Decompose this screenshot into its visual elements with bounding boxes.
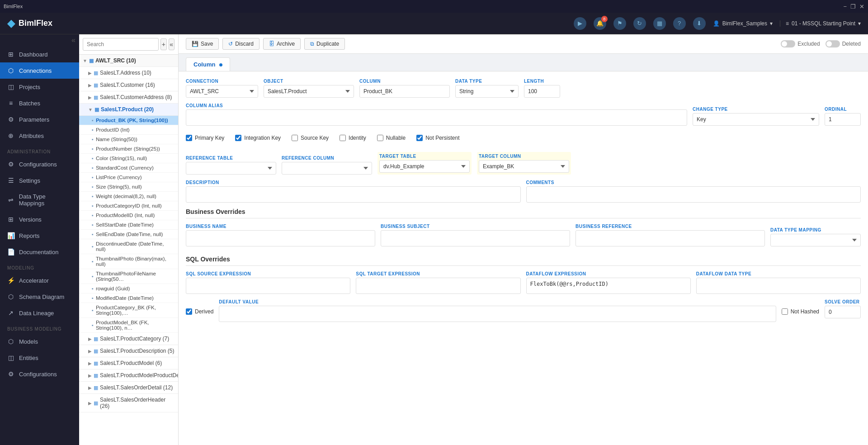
integration-key-input[interactable] bbox=[235, 135, 241, 141]
dataflow-expr-input[interactable]: FlexToBk(@@rs,ProductID) bbox=[526, 278, 691, 294]
env-menu[interactable]: ≡ 01 - MSSQL Starting Point ▾ bbox=[780, 20, 861, 27]
sidebar-item-data-type-mappings[interactable]: ⇌ Data Type Mappings bbox=[0, 189, 79, 211]
primary-key-checkbox[interactable]: Primary Key bbox=[186, 135, 224, 141]
save-button[interactable]: 💾 Save bbox=[186, 38, 219, 50]
tab-column[interactable]: Column bbox=[186, 57, 230, 71]
tree-node-productcategoryid[interactable]: ▪ ProductCategoryID (Int, null) bbox=[79, 201, 178, 211]
source-key-checkbox[interactable]: Source Key bbox=[292, 135, 329, 141]
ordinal-input[interactable] bbox=[825, 113, 861, 126]
column-alias-input[interactable] bbox=[186, 109, 687, 126]
source-key-input[interactable] bbox=[292, 135, 298, 141]
sidebar-item-reports[interactable]: 📊 Reports bbox=[0, 227, 79, 244]
sidebar-item-accelerator[interactable]: ⚡ Accelerator bbox=[0, 272, 79, 289]
flag-icon-btn[interactable]: ⚑ bbox=[613, 17, 626, 30]
excluded-toggle[interactable]: Excluded bbox=[781, 40, 820, 47]
refresh-icon-btn[interactable]: ↻ bbox=[633, 17, 646, 30]
sidebar-item-entities[interactable]: ◫ Entities bbox=[0, 350, 79, 366]
sidebar-collapse-btn[interactable]: « bbox=[0, 34, 79, 46]
identity-checkbox[interactable]: Identity bbox=[340, 135, 366, 141]
sidebar-item-projects[interactable]: ◫ Projects bbox=[0, 79, 79, 95]
sidebar-item-versions[interactable]: ⊞ Versions bbox=[0, 211, 79, 227]
sidebar-item-parameters[interactable]: ⚙ Parameters bbox=[0, 111, 79, 128]
tree-node-sellenddate[interactable]: ▪ SellEndDate (DateTime, null) bbox=[79, 230, 178, 239]
help-icon-btn[interactable]: ? bbox=[673, 17, 686, 30]
search-input[interactable] bbox=[83, 38, 159, 51]
tree-table-saleslt-productmodel[interactable]: ▶ ▦ SalesLT.ProductModel (6) bbox=[79, 357, 178, 369]
chart-icon-btn[interactable]: ▦ bbox=[653, 17, 666, 30]
tree-node-modifieddate[interactable]: ▪ ModifiedDate (DateTime) bbox=[79, 294, 178, 303]
tree-node-standardcost[interactable]: ▪ StandardCost (Currency) bbox=[79, 163, 178, 173]
download-icon-btn[interactable]: ⬇ bbox=[693, 17, 706, 30]
default-value-input[interactable] bbox=[219, 306, 776, 322]
tree-table-saleslt-productcategory[interactable]: ▶ ▦ SalesLT.ProductCategory (7) bbox=[79, 333, 178, 345]
column-input[interactable] bbox=[359, 85, 450, 98]
duplicate-button[interactable]: ⧉ Duplicate bbox=[304, 38, 345, 50]
tree-node-thumbnailphotofilename[interactable]: ▪ ThumbnailPhotoFileName (String(50… bbox=[79, 269, 178, 284]
sidebar-item-dashboard[interactable]: ⊞ Dashboard bbox=[0, 46, 79, 62]
tree-node-productnumber[interactable]: ▪ ProductNumber (String(25)) bbox=[79, 144, 178, 154]
restore-btn[interactable]: ❐ bbox=[850, 3, 856, 10]
sidebar-item-data-lineage[interactable]: ↗ Data Lineage bbox=[0, 305, 79, 321]
target-table-select[interactable]: dv.Hub_Example bbox=[379, 160, 470, 173]
tree-table-saleslt-product[interactable]: ▼ ▦ SalesLT.Product (20) bbox=[79, 104, 178, 116]
data-type-mapping-select[interactable] bbox=[770, 234, 861, 246]
business-subject-input[interactable] bbox=[381, 230, 570, 246]
business-name-input[interactable] bbox=[186, 230, 375, 246]
sidebar-item-models[interactable]: ⬡ Models bbox=[0, 333, 79, 350]
deleted-toggle-switch[interactable] bbox=[826, 40, 840, 47]
tree-node-sellstartdate[interactable]: ▪ SellStartDate (DateTime) bbox=[79, 220, 178, 230]
reference-table-select[interactable] bbox=[186, 162, 276, 175]
not-hashed-checkbox[interactable]: Not Hashed bbox=[782, 308, 819, 315]
tree-table-saleslt-address[interactable]: ▶ ▦ SalesLT.Address (10) bbox=[79, 67, 178, 79]
tree-table-saleslt-customer[interactable]: ▶ ▦ SalesLT.Customer (16) bbox=[79, 79, 178, 91]
tree-node-productmodelid[interactable]: ▪ ProductModelID (Int, null) bbox=[79, 211, 178, 220]
data-type-select[interactable]: String bbox=[455, 85, 519, 98]
primary-key-input[interactable] bbox=[186, 135, 192, 141]
sidebar-item-batches[interactable]: ≡ Batches bbox=[0, 95, 79, 111]
sql-target-expr-input[interactable] bbox=[356, 278, 520, 294]
archive-button[interactable]: 🗄 Archive bbox=[263, 38, 301, 50]
tree-collapse-btn[interactable]: « bbox=[169, 38, 175, 50]
not-persistent-input[interactable] bbox=[416, 135, 423, 141]
tree-node-productmodel-bk[interactable]: ▪ ProductModel_BK (FK, String(100), n… bbox=[79, 318, 178, 333]
business-reference-input[interactable] bbox=[576, 230, 765, 246]
tree-node-rowguid[interactable]: ▪ rowguid (Guid) bbox=[79, 284, 178, 294]
connection-select[interactable]: AWLT_SRC bbox=[186, 85, 258, 98]
sidebar-item-settings[interactable]: ☰ Settings bbox=[0, 172, 79, 189]
derived-checkbox[interactable]: Derived bbox=[186, 308, 213, 315]
tree-node-productid[interactable]: ▪ ProductID (Int) bbox=[79, 125, 178, 135]
tree-table-saleslt-salesorderheader[interactable]: ▶ ▦ SalesLT.SalesOrderHeader (26) bbox=[79, 394, 178, 412]
tree-node-product-bk[interactable]: ▪ Product_BK (PK, String(100)) bbox=[79, 116, 178, 125]
tree-node-discontinueddate[interactable]: ▪ DiscontinuedDate (DateTime, null) bbox=[79, 239, 178, 254]
tree-node-productcategory-bk[interactable]: ▪ ProductCategory_BK (FK, String(100),… bbox=[79, 303, 178, 318]
tree-node-listprice[interactable]: ▪ ListPrice (Currency) bbox=[79, 173, 178, 182]
nullable-checkbox[interactable]: Nullable bbox=[377, 135, 406, 141]
tree-node-color[interactable]: ▪ Color (String(15), null) bbox=[79, 154, 178, 163]
dataflow-data-type-input[interactable] bbox=[696, 278, 861, 294]
target-column-select[interactable]: Example_BK bbox=[479, 160, 569, 173]
integration-key-checkbox[interactable]: Integration Key bbox=[235, 135, 281, 141]
not-hashed-input[interactable] bbox=[782, 308, 788, 315]
identity-input[interactable] bbox=[340, 135, 346, 141]
bell-icon-btn[interactable]: 🔔 8 bbox=[594, 17, 606, 30]
change-type-select[interactable]: Key bbox=[693, 113, 819, 126]
sidebar-item-bm-configurations[interactable]: ⚙ Configurations bbox=[0, 366, 79, 382]
arrow-icon-btn[interactable]: ▶ bbox=[574, 17, 586, 30]
discard-button[interactable]: ↺ Discard bbox=[222, 38, 259, 50]
user-menu[interactable]: 👤 BimlFlex_Samples ▾ bbox=[713, 20, 773, 27]
solve-order-input[interactable] bbox=[825, 306, 861, 318]
sidebar-item-attributes[interactable]: ⊕ Attributes bbox=[0, 128, 79, 144]
excluded-toggle-switch[interactable] bbox=[781, 40, 795, 47]
tree-table-saleslt-customeraddress[interactable]: ▶ ▦ SalesLT.CustomerAddress (8) bbox=[79, 91, 178, 104]
comments-input[interactable] bbox=[526, 186, 861, 203]
close-btn[interactable]: ✕ bbox=[859, 3, 864, 10]
length-input[interactable] bbox=[524, 85, 560, 98]
tree-table-saleslt-productdescription[interactable]: ▶ ▦ SalesLT.ProductDescription (5) bbox=[79, 345, 178, 357]
derived-input[interactable] bbox=[186, 308, 192, 315]
tree-node-name[interactable]: ▪ Name (String(50)) bbox=[79, 135, 178, 144]
tree-node-size[interactable]: ▪ Size (String(5), null) bbox=[79, 182, 178, 192]
tree-add-btn[interactable]: + bbox=[160, 38, 167, 50]
description-input[interactable] bbox=[186, 186, 521, 203]
minimize-btn[interactable]: − bbox=[843, 3, 847, 10]
tree-table-saleslt-salesorderdetail[interactable]: ▶ ▦ SalesLT.SalesOrderDetail (12) bbox=[79, 382, 178, 394]
